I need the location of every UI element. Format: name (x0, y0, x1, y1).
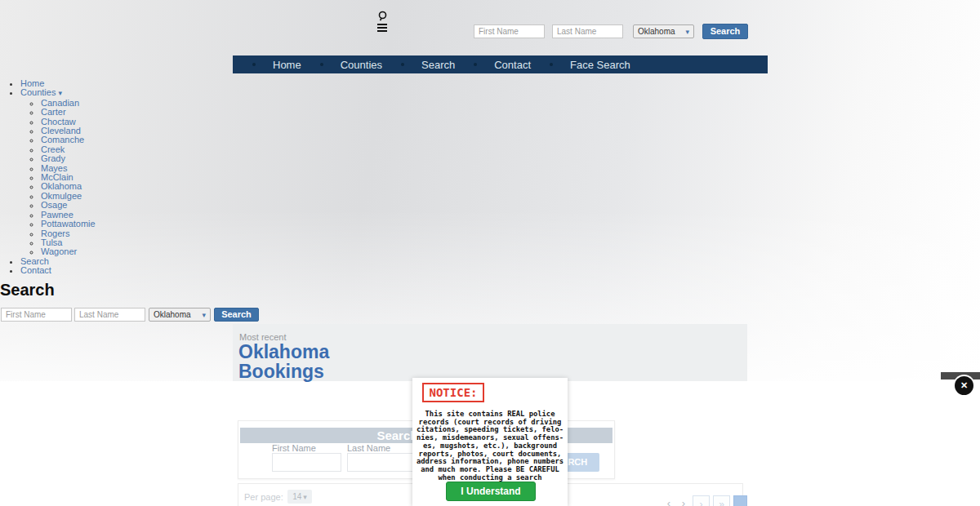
per-page-label: Per page: (244, 492, 283, 502)
page-title: Search (0, 281, 55, 300)
first-name-input[interactable] (272, 453, 341, 472)
nav-item-home[interactable]: Home (252, 59, 320, 71)
search-form: Oklahoma ▾ Search (0, 308, 270, 322)
last-name-input[interactable] (552, 24, 623, 38)
close-icon[interactable]: ✕ (955, 376, 973, 395)
state-select-value: Oklahoma (638, 27, 675, 36)
bullet-icon (401, 63, 404, 66)
pagination-first[interactable]: ‹ (663, 495, 675, 506)
search-button[interactable]: Search (214, 308, 259, 322)
pagination-prev[interactable]: › (678, 495, 689, 506)
first-name-label: First Name (272, 443, 316, 453)
bookings-title: Oklahoma Bookings (238, 343, 329, 381)
bullet-icon (550, 63, 553, 66)
top-search-form: Oklahoma ▾ Search (474, 24, 751, 41)
main-navbar: Home Counties Search Contact Face Search (233, 55, 768, 73)
i-understand-button[interactable]: I Understand (446, 482, 536, 501)
nav-item-contact[interactable]: Contact (474, 59, 550, 71)
nav-item-face-search[interactable]: Face Search (550, 59, 649, 71)
last-name-input[interactable] (347, 453, 416, 472)
top-icons (376, 11, 391, 33)
chevron-down-icon: ▾ (303, 493, 307, 501)
bullet-icon (474, 63, 477, 66)
last-name-input[interactable] (74, 308, 145, 322)
pagination-last[interactable]: » (713, 495, 730, 506)
chevron-down-icon: ▾ (202, 311, 206, 319)
side-menu: Home Counties ▾ Canadian Carter Choctaw … (7, 79, 96, 276)
bullet-icon (320, 63, 323, 66)
sidebar-item-county[interactable]: Wagoner (41, 247, 96, 256)
state-select[interactable]: Oklahoma ▾ (149, 308, 211, 322)
sidebar-item-counties[interactable]: Counties ▾ Canadian Carter Choctaw Cleve… (20, 88, 96, 256)
state-select-value: Oklahoma (154, 310, 191, 319)
sidebar-item-contact[interactable]: Contact (20, 266, 96, 275)
notice-modal: NOTICE: This site contains REAL police r… (412, 378, 568, 506)
search-button[interactable]: Search (702, 24, 748, 39)
per-page-value: 14 (292, 492, 301, 501)
counties-submenu: Canadian Carter Choctaw Cleveland Comanc… (20, 99, 96, 257)
chevron-down-icon: ▾ (685, 28, 689, 36)
chevron-down-icon: ▾ (58, 89, 62, 97)
state-select[interactable]: Oklahoma ▾ (633, 24, 694, 38)
pagination: ‹ › › » (663, 495, 747, 506)
first-name-input[interactable] (474, 24, 545, 38)
notice-body: This site contains REAL police records (… (416, 411, 564, 482)
pagination-active-page[interactable] (733, 495, 747, 506)
bullet-icon (252, 63, 256, 66)
first-name-input[interactable] (1, 308, 72, 322)
nav-item-search[interactable]: Search (401, 59, 474, 71)
pagination-next[interactable]: › (693, 495, 710, 506)
nav-item-counties[interactable]: Counties (320, 59, 401, 71)
last-name-label: Last Name (347, 443, 390, 453)
per-page-select[interactable]: 14 ▾ (287, 490, 312, 504)
notice-title: NOTICE: (422, 383, 484, 402)
menu-icon[interactable] (377, 24, 387, 33)
